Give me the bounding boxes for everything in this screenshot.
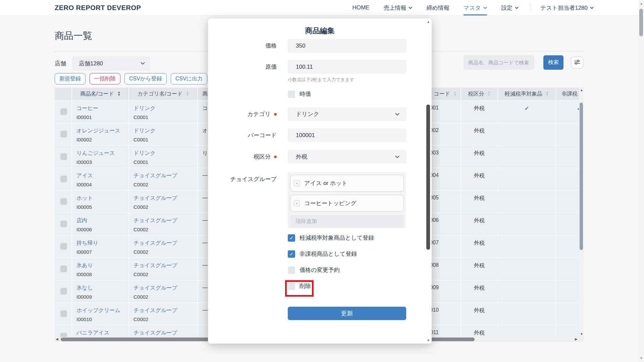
product-name-link[interactable]: ホイップクリーム bbox=[72, 307, 128, 314]
update-button[interactable]: 更新 bbox=[288, 307, 406, 320]
product-code: I00010 bbox=[72, 316, 128, 322]
barcode-field[interactable] bbox=[288, 128, 406, 142]
modal-scroll-thumb[interactable] bbox=[426, 105, 430, 250]
product-name-link[interactable]: ホット bbox=[72, 195, 128, 202]
scroll-down-icon[interactable]: ▼ bbox=[427, 339, 430, 342]
row-checkbox[interactable] bbox=[60, 176, 67, 182]
choice-group-add-input[interactable] bbox=[290, 215, 404, 228]
sort-icon[interactable]: ▲▼ bbox=[117, 91, 120, 97]
product-code: I00002 bbox=[72, 137, 128, 142]
sort-icon[interactable]: ▲▼ bbox=[488, 91, 491, 97]
user-menu[interactable]: テスト担当者1280 bbox=[540, 4, 594, 12]
checkbox-icon[interactable] bbox=[288, 90, 295, 98]
vertical-scroll-thumb[interactable] bbox=[580, 103, 583, 250]
row-checkbox[interactable] bbox=[60, 288, 67, 295]
scroll-down-icon[interactable]: ▼ bbox=[640, 357, 643, 360]
category-select[interactable]: ドリンク bbox=[288, 107, 406, 121]
product-name-link[interactable]: 氷あり bbox=[72, 262, 128, 269]
app-logo[interactable]: ZERO REPORT DEVEROP bbox=[55, 4, 141, 12]
scroll-up-icon[interactable]: ▲ bbox=[427, 20, 430, 23]
column-header-reduced-tax-item[interactable]: 軽減税率対象品▲▼ bbox=[498, 87, 556, 101]
row-checkbox[interactable] bbox=[60, 265, 67, 272]
price-field[interactable] bbox=[288, 39, 406, 53]
category-name: ドリンク bbox=[129, 150, 197, 157]
sort-icon[interactable]: ▲▼ bbox=[453, 91, 457, 97]
nav-item-master[interactable]: マスタ bbox=[464, 0, 487, 15]
tax-type-cell: 外税 bbox=[461, 281, 498, 303]
row-select-cell bbox=[55, 191, 72, 213]
scroll-right-icon[interactable]: ▶ bbox=[575, 338, 578, 341]
nav-item-sales-info[interactable]: 売上情報 bbox=[383, 0, 412, 15]
market-price-checkbox[interactable]: 時価 bbox=[288, 90, 311, 98]
product-name-link[interactable]: 店内 bbox=[72, 217, 128, 224]
category-code: C0002 bbox=[129, 249, 197, 255]
product-name-link[interactable]: アイス bbox=[72, 172, 128, 179]
checkbox-icon[interactable] bbox=[288, 266, 295, 274]
product-name-link[interactable]: オレンジジュース bbox=[72, 127, 128, 134]
row-checkbox[interactable] bbox=[60, 221, 67, 227]
row-checkbox[interactable] bbox=[60, 153, 67, 160]
nav-item-closing-info[interactable]: 締め情報 bbox=[426, 0, 449, 15]
category-code: C0002 bbox=[129, 294, 197, 300]
tax-type-select-value: 外税 bbox=[296, 153, 307, 161]
checkbox-icon[interactable]: ✓ bbox=[288, 234, 295, 242]
scroll-down-icon[interactable]: ▼ bbox=[580, 333, 583, 336]
remove-chip-button[interactable]: × bbox=[294, 180, 300, 186]
scroll-up-icon[interactable]: ▲ bbox=[640, 2, 643, 5]
product-name-link[interactable]: バニラアイス bbox=[72, 329, 128, 337]
row-checkbox[interactable] bbox=[60, 131, 67, 137]
store-select[interactable]: 店舗1280 bbox=[72, 56, 150, 70]
category-name: チョイスグループ bbox=[129, 285, 197, 292]
row-select-cell bbox=[55, 213, 72, 236]
tax-exempt-checkbox[interactable]: ✓非課税商品として登録 bbox=[288, 250, 357, 258]
product-name-cell: アイスI00004 bbox=[72, 168, 129, 191]
table-vertical-scrollbar[interactable]: ▲ ▼ bbox=[579, 87, 584, 337]
remove-chip-button[interactable]: × bbox=[294, 200, 300, 206]
page-scroll-thumb[interactable] bbox=[639, 9, 643, 36]
column-header-category-name-code[interactable]: カテゴリ名/コード▲▼ bbox=[129, 87, 198, 101]
search-button[interactable]: 検索 bbox=[543, 55, 564, 70]
new-registration-button[interactable]: 新規登録 bbox=[55, 73, 86, 84]
nav-item-settings[interactable]: 設定 bbox=[501, 0, 519, 15]
chevron-down-icon bbox=[515, 7, 519, 9]
row-checkbox[interactable] bbox=[60, 310, 67, 317]
cost-field[interactable] bbox=[288, 60, 406, 74]
bulk-delete-button[interactable]: 一括削除 bbox=[90, 73, 120, 84]
category-code: C0002 bbox=[129, 316, 197, 322]
category-code: C0002 bbox=[129, 204, 197, 210]
category-code: C0001 bbox=[129, 159, 197, 165]
sort-icon[interactable]: ▲▼ bbox=[546, 91, 549, 97]
price-change-reservation-checkbox[interactable]: 価格の変更予約 bbox=[288, 266, 339, 274]
market-price-label: 時価 bbox=[300, 90, 311, 98]
store-select-value: 店舗1280 bbox=[79, 60, 103, 67]
column-header-tax-type[interactable]: 税区分▲▼ bbox=[461, 87, 498, 101]
product-name-link[interactable]: 持ち帰り bbox=[72, 240, 128, 247]
modal-scrollbar[interactable]: ▲ ▼ bbox=[426, 18, 430, 344]
page-scrollbar[interactable]: ▲ ▼ bbox=[638, 0, 644, 362]
checkbox-icon[interactable]: ✓ bbox=[288, 250, 295, 258]
row-checkbox[interactable] bbox=[60, 333, 67, 337]
page-title: 商品一覧 bbox=[55, 29, 92, 42]
product-name-link[interactable]: コーヒー bbox=[72, 105, 128, 112]
csv-export-button[interactable]: CSVに出力 bbox=[171, 73, 207, 84]
scroll-up-icon[interactable]: ▲ bbox=[580, 88, 583, 92]
nav-item-home[interactable]: HOME bbox=[352, 0, 369, 15]
column-header-name-code[interactable]: 商品名/コード▲▼ bbox=[72, 87, 129, 101]
reduced-tax-cell bbox=[498, 213, 556, 236]
category-code: C0002 bbox=[129, 227, 197, 232]
product-name-link[interactable]: 氷なし bbox=[72, 285, 128, 292]
csv-import-button[interactable]: CSVから登録 bbox=[124, 73, 167, 84]
category-name: チョイスグループ bbox=[129, 329, 197, 337]
tax-type-cell: 外税 bbox=[461, 213, 498, 236]
product-name-link[interactable]: りんごジュース bbox=[72, 150, 128, 157]
tax-type-select[interactable]: 外税 bbox=[288, 150, 406, 164]
row-checkbox[interactable] bbox=[60, 108, 67, 115]
row-checkbox[interactable] bbox=[60, 198, 67, 205]
product-code: I00006 bbox=[72, 227, 128, 232]
search-input[interactable] bbox=[464, 55, 534, 70]
reduced-tax-checkbox[interactable]: ✓軽減税率対象商品として登録 bbox=[288, 234, 374, 242]
sort-icon[interactable]: ▲▼ bbox=[186, 91, 189, 97]
row-checkbox[interactable] bbox=[60, 243, 67, 250]
scroll-left-icon[interactable]: ◀ bbox=[56, 338, 58, 341]
filter-button[interactable] bbox=[571, 56, 583, 69]
